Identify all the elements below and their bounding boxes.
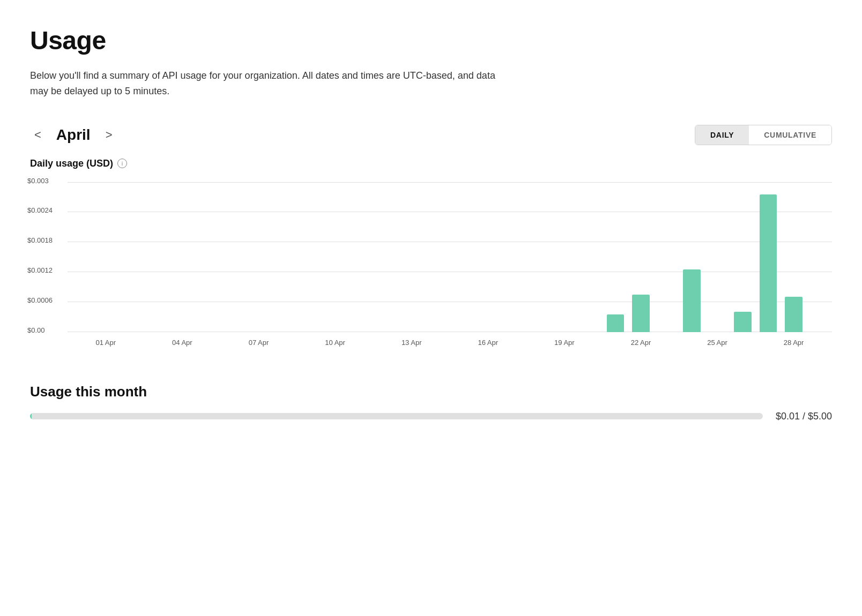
x-label-group: 19 Apr [526, 334, 603, 354]
bar-group [195, 182, 221, 332]
bar-group [424, 182, 450, 332]
bar-group [220, 182, 246, 332]
x-axis-label: 04 Apr [172, 339, 192, 347]
usage-month-section: Usage this month $0.01 / $5.00 [30, 384, 832, 422]
usage-month-title: Usage this month [30, 384, 832, 400]
cumulative-toggle-button[interactable]: CUMULATIVE [749, 125, 831, 145]
x-label-group: 16 Apr [450, 334, 526, 354]
progress-label: $0.01 / $5.00 [776, 411, 832, 422]
x-axis-label: 13 Apr [402, 339, 422, 347]
chart-section: < April > DAILY CUMULATIVE Daily usage (… [30, 125, 832, 354]
bar-group [704, 182, 730, 332]
next-month-button[interactable]: > [101, 126, 117, 144]
bar-group [475, 182, 501, 332]
bar[interactable] [632, 295, 649, 332]
x-axis-label: 01 Apr [96, 339, 116, 347]
bar-group [68, 182, 93, 332]
x-axis-label: 22 Apr [631, 339, 651, 347]
x-axis-label: 19 Apr [554, 339, 575, 347]
x-label-group: 01 Apr [68, 334, 144, 354]
chart-info-icon[interactable]: i [117, 159, 127, 168]
x-label-group: 04 Apr [144, 334, 221, 354]
bar[interactable] [760, 194, 777, 332]
y-label-1: $0.003 [27, 177, 49, 185]
x-label-group: 10 Apr [297, 334, 374, 354]
bar-group [450, 182, 475, 332]
x-axis-label: 16 Apr [478, 339, 498, 347]
x-labels: 01 Apr04 Apr07 Apr10 Apr13 Apr16 Apr19 A… [68, 334, 832, 354]
progress-bar-fill [30, 413, 32, 419]
bar-group [730, 182, 756, 332]
month-nav: < April > [30, 126, 117, 144]
progress-bar-wrap [30, 413, 763, 419]
x-axis-label: 25 Apr [707, 339, 727, 347]
bar-group [603, 182, 628, 332]
progress-row: $0.01 / $5.00 [30, 411, 832, 422]
prev-month-button[interactable]: < [30, 126, 46, 144]
bar-group [679, 182, 705, 332]
y-label-2: $0.0024 [27, 206, 53, 214]
y-label-6: $0.00 [27, 326, 45, 334]
bar-group [806, 182, 832, 332]
bar-group [577, 182, 603, 332]
x-label-group: 13 Apr [373, 334, 450, 354]
current-month-label: April [56, 126, 91, 144]
x-axis-label: 28 Apr [784, 339, 804, 347]
bar[interactable] [607, 314, 624, 332]
bar-group [755, 182, 781, 332]
bar[interactable] [785, 297, 802, 332]
x-label-group: 25 Apr [679, 334, 756, 354]
bar-group [781, 182, 807, 332]
bar[interactable] [734, 312, 751, 332]
view-toggle-group: DAILY CUMULATIVE [695, 125, 832, 145]
bar-group [246, 182, 272, 332]
page-title: Usage [30, 26, 832, 55]
bar-group [348, 182, 374, 332]
bar-group [653, 182, 679, 332]
bar-group [169, 182, 195, 332]
chart-title: Daily usage (USD) [30, 158, 113, 169]
bar-group [628, 182, 654, 332]
x-label-group: 07 Apr [220, 334, 297, 354]
bar-group [297, 182, 323, 332]
bar-group [526, 182, 552, 332]
bar-group [399, 182, 425, 332]
x-label-group: 28 Apr [755, 334, 832, 354]
chart-area: $0.003 $0.0024 $0.0018 $0.0012 $0.0006 $… [30, 182, 832, 354]
daily-toggle-button[interactable]: DAILY [695, 125, 749, 145]
y-label-5: $0.0006 [27, 296, 53, 304]
page-description: Below you'll find a summary of API usage… [30, 68, 512, 99]
bar-group [373, 182, 399, 332]
bar[interactable] [683, 269, 700, 332]
chart-title-row: Daily usage (USD) i [30, 158, 832, 169]
x-axis-label: 07 Apr [249, 339, 269, 347]
bar-group [552, 182, 577, 332]
y-label-3: $0.0018 [27, 236, 53, 244]
chart-header: < April > DAILY CUMULATIVE [30, 125, 832, 145]
bar-group [93, 182, 119, 332]
bar-group [501, 182, 526, 332]
bars-container [68, 182, 832, 332]
bar-group [271, 182, 297, 332]
bar-group [118, 182, 144, 332]
bar-group [144, 182, 170, 332]
x-label-group: 22 Apr [603, 334, 679, 354]
bar-group [322, 182, 348, 332]
x-axis-label: 10 Apr [325, 339, 345, 347]
y-label-4: $0.0012 [27, 266, 53, 274]
